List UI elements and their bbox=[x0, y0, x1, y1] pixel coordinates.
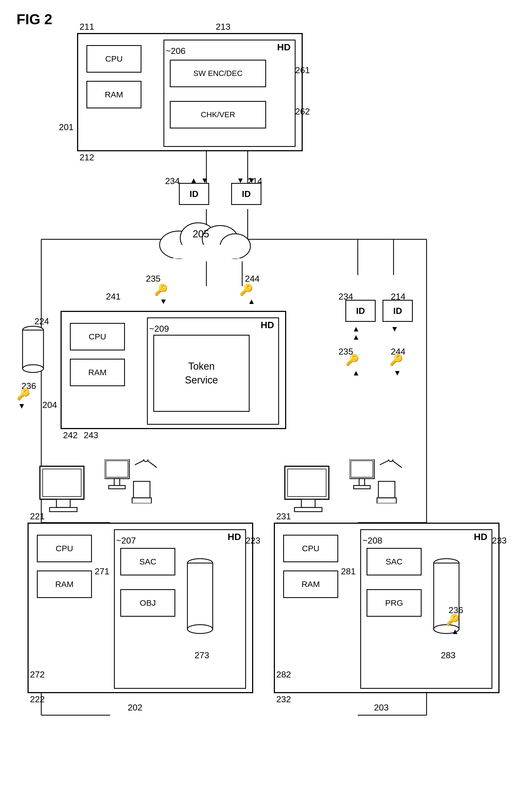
ref-261: 261 bbox=[295, 65, 310, 75]
right-key-236-up-arrow: ▲ bbox=[451, 627, 459, 636]
svg-rect-35 bbox=[187, 563, 213, 629]
right-key-244-icon: 🔑 bbox=[389, 353, 403, 366]
ref-273: 273 bbox=[195, 650, 209, 661]
ref-271: 271 bbox=[95, 566, 109, 577]
br-cpu-label: CPU bbox=[302, 544, 319, 553]
right-id-down-arrow: ▼ bbox=[237, 176, 244, 185]
br-prg-label: PRG bbox=[385, 598, 403, 608]
bottom-right-robot-arm bbox=[350, 459, 404, 503]
left-id-box-top: ID bbox=[179, 183, 209, 205]
br-sac-label: SAC bbox=[386, 557, 403, 566]
bl-ram-label: RAM bbox=[55, 580, 74, 589]
right-id-box-top: ID bbox=[231, 183, 261, 205]
key-right-icon: 🔑 bbox=[239, 283, 253, 296]
ref-205: 205 bbox=[193, 228, 209, 240]
ref-242: 242 bbox=[63, 430, 77, 440]
svg-point-24 bbox=[23, 365, 43, 373]
right-key-up-arrow: ▲ bbox=[352, 368, 360, 377]
mid-hd-box: HD ~209 Token Service bbox=[147, 317, 279, 425]
svg-rect-45 bbox=[377, 498, 396, 503]
ref-213: 213 bbox=[216, 22, 230, 32]
fig-label: FIG 2 bbox=[16, 11, 52, 28]
bl-hd-label: HD bbox=[228, 532, 241, 542]
ref-209: ~209 bbox=[149, 324, 169, 334]
br-hd-box: HD ~208 233 SAC PRG 283 bbox=[360, 529, 492, 689]
bl-cpu-label: CPU bbox=[56, 544, 73, 553]
right-key-244-down-arrow: ▼ bbox=[394, 368, 401, 377]
ref-208: ~208 bbox=[362, 536, 382, 546]
right-id-214-label: ID bbox=[393, 306, 402, 316]
bl-sac-box: SAC bbox=[120, 548, 175, 576]
token-service-box: Token Service bbox=[153, 335, 250, 412]
svg-rect-26 bbox=[106, 461, 128, 477]
ref-235-left: 235 bbox=[146, 274, 160, 284]
key-left-down-arrow: ▼ bbox=[160, 297, 167, 306]
top-ram-label: RAM bbox=[105, 90, 123, 99]
right-key-236-icon: 🔑 bbox=[446, 613, 459, 626]
right-id-214-down-arrow: ▼ bbox=[391, 324, 398, 333]
bl-obj-box: OBJ bbox=[120, 589, 175, 617]
top-cpu-label: CPU bbox=[105, 54, 123, 63]
left-cylinder bbox=[22, 324, 44, 374]
chk-ver-label: CHK/VER bbox=[201, 110, 235, 119]
ref-204: 204 bbox=[42, 400, 57, 410]
ref-202: 202 bbox=[128, 702, 142, 713]
svg-rect-51 bbox=[56, 499, 70, 508]
top-hd-label: HD bbox=[277, 42, 290, 53]
ref-232: 232 bbox=[276, 694, 291, 705]
br-hd-label: HD bbox=[474, 532, 487, 542]
bl-cpu-box: CPU bbox=[37, 535, 92, 562]
bottom-left-robot-arm bbox=[104, 459, 160, 503]
ref-203: 203 bbox=[374, 702, 388, 713]
bl-sac-label: SAC bbox=[139, 557, 156, 566]
br-prg-box: PRG bbox=[367, 589, 422, 617]
svg-rect-52 bbox=[49, 508, 77, 512]
left-id-label: ID bbox=[190, 189, 198, 199]
ref-241: 241 bbox=[106, 292, 120, 302]
top-ram-box: RAM bbox=[86, 81, 141, 108]
right-id-mid-up-arrow: ▲ bbox=[352, 324, 360, 333]
right-id-mid-label: ID bbox=[356, 306, 365, 316]
mid-ram-box: RAM bbox=[70, 359, 125, 386]
right-id-box-214: ID bbox=[383, 300, 413, 322]
br-cpu-box: CPU bbox=[283, 535, 338, 562]
bl-obj-label: OBJ bbox=[140, 598, 156, 608]
svg-rect-44 bbox=[379, 481, 395, 498]
ref-223: 223 bbox=[246, 536, 260, 546]
monitor-left bbox=[39, 465, 88, 520]
sw-enc-dec-box: SW ENC/DEC bbox=[170, 60, 266, 87]
ref-244-left: 244 bbox=[245, 274, 259, 284]
ref-272: 272 bbox=[30, 669, 45, 680]
ref-233: 233 bbox=[492, 536, 507, 546]
bl-ram-box: RAM bbox=[37, 570, 92, 598]
monitor-right bbox=[283, 465, 333, 520]
bl-cylinder bbox=[186, 557, 214, 640]
svg-rect-40 bbox=[354, 485, 370, 489]
middle-main-box: 204 242 243 CPU RAM HD ~209 Token Servic… bbox=[60, 311, 286, 429]
key-right-up-arrow: ▲ bbox=[248, 297, 255, 306]
diagram-container: FIG 2 211 213 201 212 CPU RAM HD ~206 SW… bbox=[0, 0, 527, 812]
ref-234-top: 234 bbox=[165, 176, 180, 186]
top-main-box: 211 213 201 212 CPU RAM HD ~206 SW ENC/D… bbox=[77, 33, 303, 151]
ref-222: 222 bbox=[30, 694, 45, 705]
ref-283: 283 bbox=[441, 650, 455, 661]
right-key-icon: 🔑 bbox=[345, 353, 359, 366]
key-left-icon: 🔑 bbox=[154, 283, 168, 296]
right-id-down-arrow2: ▼ bbox=[248, 176, 255, 185]
svg-rect-32 bbox=[133, 481, 150, 498]
svg-point-31 bbox=[144, 459, 148, 462]
ref-212: 212 bbox=[80, 153, 94, 162]
ref-206: ~206 bbox=[166, 46, 185, 56]
right-id-box-mid: ID bbox=[345, 300, 376, 322]
ref-282: 282 bbox=[276, 669, 291, 680]
left-key-236-icon: 🔑 bbox=[16, 388, 30, 401]
left-key-236-down-arrow: ▼ bbox=[18, 402, 26, 410]
sw-enc-dec-label: SW ENC/DEC bbox=[194, 69, 243, 78]
svg-rect-55 bbox=[301, 499, 315, 508]
ref-243: 243 bbox=[84, 430, 98, 440]
svg-rect-54 bbox=[288, 469, 326, 496]
right-id-label: ID bbox=[242, 189, 251, 199]
top-cpu-box: CPU bbox=[86, 45, 141, 73]
top-hd-box: HD ~206 SW ENC/DEC 261 CHK/VER 262 bbox=[163, 40, 296, 147]
mid-ram-label: RAM bbox=[88, 368, 107, 377]
